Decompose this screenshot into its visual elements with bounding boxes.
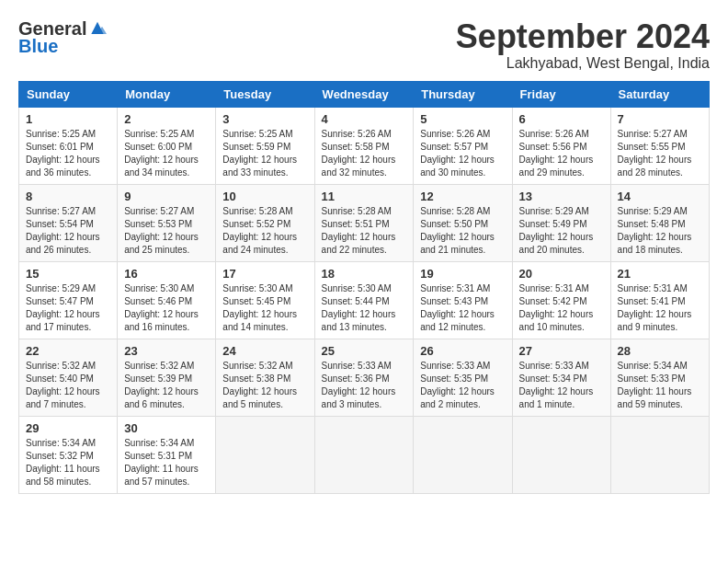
- day-info: Sunrise: 5:32 AMSunset: 5:39 PMDaylight:…: [124, 361, 199, 409]
- day-number: 2: [124, 112, 209, 126]
- calendar-cell: 30Sunrise: 5:34 AMSunset: 5:31 PMDayligh…: [118, 416, 216, 493]
- day-number: 13: [519, 190, 604, 203]
- calendar-cell: 22Sunrise: 5:32 AMSunset: 5:40 PMDayligh…: [19, 339, 118, 416]
- day-number: 22: [26, 344, 110, 358]
- day-number: 28: [618, 344, 702, 358]
- day-number: 8: [26, 190, 110, 203]
- calendar-cell: 19Sunrise: 5:31 AMSunset: 5:43 PMDayligh…: [414, 261, 512, 339]
- day-info: Sunrise: 5:31 AMSunset: 5:43 PMDaylight:…: [420, 283, 495, 332]
- calendar-cell: 29Sunrise: 5:34 AMSunset: 5:32 PMDayligh…: [19, 416, 118, 493]
- day-info: Sunrise: 5:27 AMSunset: 5:54 PMDaylight:…: [26, 206, 100, 255]
- day-number: 19: [420, 267, 505, 281]
- calendar-cell: 28Sunrise: 5:34 AMSunset: 5:33 PMDayligh…: [610, 339, 709, 416]
- day-number: 5: [420, 112, 505, 126]
- day-info: Sunrise: 5:34 AMSunset: 5:32 PMDaylight:…: [26, 438, 100, 487]
- day-info: Sunrise: 5:29 AMSunset: 5:49 PMDaylight:…: [519, 206, 594, 255]
- day-number: 1: [26, 112, 110, 126]
- day-info: Sunrise: 5:29 AMSunset: 5:48 PMDaylight:…: [618, 206, 692, 255]
- calendar-cell: [512, 416, 610, 493]
- calendar-cell: 6Sunrise: 5:26 AMSunset: 5:56 PMDaylight…: [512, 107, 610, 184]
- day-info: Sunrise: 5:33 AMSunset: 5:35 PMDaylight:…: [420, 361, 495, 409]
- day-number: 18: [322, 267, 407, 281]
- day-info: Sunrise: 5:34 AMSunset: 5:33 PMDaylight:…: [618, 361, 692, 409]
- calendar-cell: 2Sunrise: 5:25 AMSunset: 6:00 PMDaylight…: [118, 107, 216, 184]
- day-info: Sunrise: 5:32 AMSunset: 5:38 PMDaylight:…: [222, 361, 297, 409]
- day-info: Sunrise: 5:25 AMSunset: 6:01 PMDaylight:…: [26, 129, 100, 178]
- day-number: 7: [618, 112, 702, 126]
- column-header-monday: Monday: [118, 81, 216, 107]
- day-number: 10: [222, 190, 307, 203]
- column-header-thursday: Thursday: [414, 81, 512, 107]
- calendar-cell: [610, 416, 709, 493]
- calendar-cell: 7Sunrise: 5:27 AMSunset: 5:55 PMDaylight…: [610, 107, 709, 184]
- calendar-cell: 17Sunrise: 5:30 AMSunset: 5:45 PMDayligh…: [216, 261, 314, 339]
- calendar-cell: [216, 416, 314, 493]
- day-number: 14: [618, 190, 702, 203]
- calendar-cell: 5Sunrise: 5:26 AMSunset: 5:57 PMDaylight…: [414, 107, 512, 184]
- day-number: 6: [519, 112, 604, 126]
- calendar-cell: 11Sunrise: 5:28 AMSunset: 5:51 PMDayligh…: [314, 184, 414, 261]
- day-info: Sunrise: 5:31 AMSunset: 5:42 PMDaylight:…: [519, 283, 594, 332]
- calendar-cell: 15Sunrise: 5:29 AMSunset: 5:47 PMDayligh…: [19, 261, 118, 339]
- day-number: 15: [26, 267, 110, 281]
- column-header-tuesday: Tuesday: [216, 81, 314, 107]
- day-number: 17: [222, 267, 307, 281]
- calendar-cell: 4Sunrise: 5:26 AMSunset: 5:58 PMDaylight…: [314, 107, 414, 184]
- calendar-cell: [314, 416, 414, 493]
- day-info: Sunrise: 5:26 AMSunset: 5:56 PMDaylight:…: [519, 129, 594, 178]
- day-info: Sunrise: 5:26 AMSunset: 5:57 PMDaylight:…: [420, 129, 495, 178]
- day-number: 29: [26, 421, 110, 435]
- column-header-wednesday: Wednesday: [314, 81, 414, 107]
- day-number: 30: [124, 421, 209, 435]
- calendar-cell: 20Sunrise: 5:31 AMSunset: 5:42 PMDayligh…: [512, 261, 610, 339]
- day-info: Sunrise: 5:34 AMSunset: 5:31 PMDaylight:…: [124, 438, 199, 487]
- day-info: Sunrise: 5:28 AMSunset: 5:51 PMDaylight:…: [322, 206, 396, 255]
- day-info: Sunrise: 5:27 AMSunset: 5:55 PMDaylight:…: [618, 129, 692, 178]
- calendar-cell: 18Sunrise: 5:30 AMSunset: 5:44 PMDayligh…: [314, 261, 414, 339]
- title-area: September 2024 Lakhyabad, West Bengal, I…: [456, 18, 710, 72]
- calendar-cell: 26Sunrise: 5:33 AMSunset: 5:35 PMDayligh…: [414, 339, 512, 416]
- day-info: Sunrise: 5:30 AMSunset: 5:46 PMDaylight:…: [124, 283, 199, 332]
- calendar-table: SundayMondayTuesdayWednesdayThursdayFrid…: [18, 81, 710, 494]
- day-number: 4: [322, 112, 407, 126]
- day-number: 11: [322, 190, 407, 203]
- day-number: 3: [222, 112, 307, 126]
- calendar-cell: 9Sunrise: 5:27 AMSunset: 5:53 PMDaylight…: [118, 184, 216, 261]
- month-title: September 2024: [456, 18, 710, 55]
- day-info: Sunrise: 5:33 AMSunset: 5:36 PMDaylight:…: [322, 361, 396, 409]
- calendar-week-row: 29Sunrise: 5:34 AMSunset: 5:32 PMDayligh…: [19, 416, 710, 493]
- day-info: Sunrise: 5:30 AMSunset: 5:45 PMDaylight:…: [222, 283, 297, 332]
- day-info: Sunrise: 5:25 AMSunset: 5:59 PMDaylight:…: [222, 129, 297, 178]
- day-info: Sunrise: 5:25 AMSunset: 6:00 PMDaylight:…: [124, 129, 199, 178]
- day-info: Sunrise: 5:27 AMSunset: 5:53 PMDaylight:…: [124, 206, 199, 255]
- calendar-cell: 3Sunrise: 5:25 AMSunset: 5:59 PMDaylight…: [216, 107, 314, 184]
- day-number: 24: [222, 344, 307, 358]
- calendar-cell: 8Sunrise: 5:27 AMSunset: 5:54 PMDaylight…: [19, 184, 118, 261]
- calendar-header-row: SundayMondayTuesdayWednesdayThursdayFrid…: [19, 81, 710, 107]
- day-number: 23: [124, 344, 209, 358]
- day-info: Sunrise: 5:29 AMSunset: 5:47 PMDaylight:…: [26, 283, 100, 332]
- page-header: General Blue September 2024 Lakhyabad, W…: [18, 18, 710, 72]
- calendar-cell: [414, 416, 512, 493]
- calendar-week-row: 15Sunrise: 5:29 AMSunset: 5:47 PMDayligh…: [19, 261, 710, 339]
- day-info: Sunrise: 5:28 AMSunset: 5:50 PMDaylight:…: [420, 206, 495, 255]
- calendar-week-row: 22Sunrise: 5:32 AMSunset: 5:40 PMDayligh…: [19, 339, 710, 416]
- day-info: Sunrise: 5:33 AMSunset: 5:34 PMDaylight:…: [519, 361, 594, 409]
- calendar-cell: 25Sunrise: 5:33 AMSunset: 5:36 PMDayligh…: [314, 339, 414, 416]
- day-number: 21: [618, 267, 702, 281]
- day-number: 12: [420, 190, 505, 203]
- day-number: 16: [124, 267, 209, 281]
- calendar-cell: 16Sunrise: 5:30 AMSunset: 5:46 PMDayligh…: [118, 261, 216, 339]
- column-header-sunday: Sunday: [19, 81, 118, 107]
- day-number: 26: [420, 344, 505, 358]
- day-info: Sunrise: 5:28 AMSunset: 5:52 PMDaylight:…: [222, 206, 297, 255]
- calendar-week-row: 1Sunrise: 5:25 AMSunset: 6:01 PMDaylight…: [19, 107, 710, 184]
- calendar-cell: 1Sunrise: 5:25 AMSunset: 6:01 PMDaylight…: [19, 107, 118, 184]
- day-number: 9: [124, 190, 209, 203]
- calendar-cell: 24Sunrise: 5:32 AMSunset: 5:38 PMDayligh…: [216, 339, 314, 416]
- calendar-cell: 14Sunrise: 5:29 AMSunset: 5:48 PMDayligh…: [610, 184, 709, 261]
- location: Lakhyabad, West Bengal, India: [456, 55, 710, 72]
- calendar-cell: 10Sunrise: 5:28 AMSunset: 5:52 PMDayligh…: [216, 184, 314, 261]
- calendar-cell: 27Sunrise: 5:33 AMSunset: 5:34 PMDayligh…: [512, 339, 610, 416]
- day-info: Sunrise: 5:31 AMSunset: 5:41 PMDaylight:…: [618, 283, 692, 332]
